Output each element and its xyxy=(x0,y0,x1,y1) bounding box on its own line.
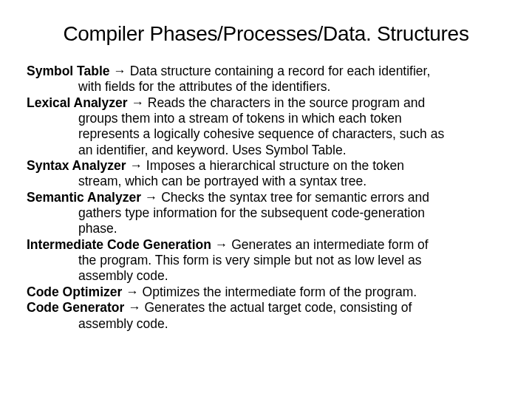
arrow-icon: → xyxy=(215,237,228,252)
term: Code Generator xyxy=(27,300,124,315)
slide-title: Compiler Phases/Processes/Data. Structur… xyxy=(21,22,511,46)
definition-text: Generates the actual target code, consis… xyxy=(141,300,412,315)
term: Lexical Analyzer xyxy=(27,95,128,110)
arrow-icon: → xyxy=(131,95,144,110)
definition-text: Imposes a hierarchical structure on the … xyxy=(143,158,404,173)
definition-continuation: groups them into a stream of tokens in w… xyxy=(27,111,511,126)
term: Symbol Table xyxy=(27,64,109,78)
definition-item: Lexical Analyzer → Reads the characters … xyxy=(27,95,511,158)
definition-list: Symbol Table → Data structure containing… xyxy=(21,64,511,332)
term: Syntax Analyzer xyxy=(27,158,126,173)
definition-text: Generates an intermediate form of xyxy=(228,237,428,252)
definition-item: Semantic Analyzer → Checks the syntax tr… xyxy=(27,190,511,237)
definition-continuation: phase. xyxy=(27,221,511,236)
term: Intermediate Code Generation xyxy=(27,237,211,252)
definition-text: Data structure containing a record for e… xyxy=(126,64,430,78)
definition-item: Code Optimizer → Optimizes the intermedi… xyxy=(27,284,511,300)
definition-continuation: stream, which can be portrayed with a sy… xyxy=(27,174,511,189)
definition-continuation: an identifier, and keyword. Uses Symbol … xyxy=(27,143,511,158)
arrow-icon: → xyxy=(145,190,158,205)
arrow-icon: → xyxy=(126,284,139,299)
definition-item: Symbol Table → Data structure containing… xyxy=(27,64,511,95)
definition-continuation: represents a logically cohesive sequence… xyxy=(27,126,511,142)
definition-item: Intermediate Code Generation → Generates… xyxy=(27,237,511,284)
arrow-icon: → xyxy=(128,300,141,315)
definition-continuation: gathers type information for the subsequ… xyxy=(27,205,511,221)
definition-text: Reads the characters in the source progr… xyxy=(144,95,425,110)
definition-continuation: the program. This form is very simple bu… xyxy=(27,253,511,268)
term: Semantic Analyzer xyxy=(27,190,141,205)
definition-text: Optimizes the intermediate form of the p… xyxy=(139,284,417,299)
definition-continuation: assembly code. xyxy=(27,316,511,332)
term: Code Optimizer xyxy=(27,284,122,299)
definition-continuation: assembly code. xyxy=(27,268,511,284)
definition-text: Checks the syntax tree for semantic erro… xyxy=(157,190,429,205)
definition-continuation: with fields for the attributes of the id… xyxy=(27,79,511,95)
definition-item: Code Generator → Generates the actual ta… xyxy=(27,300,511,332)
arrow-icon: → xyxy=(113,64,126,78)
arrow-icon: → xyxy=(129,158,143,173)
definition-item: Syntax Analyzer → Imposes a hierarchical… xyxy=(27,158,511,190)
